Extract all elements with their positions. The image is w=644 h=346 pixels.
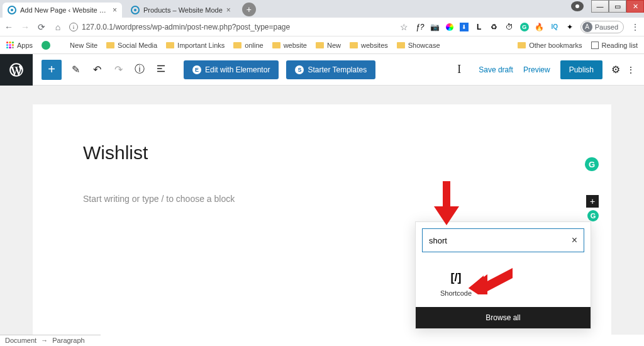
options-menu-icon[interactable]: ⋮	[626, 65, 635, 75]
ext-icon[interactable]: ⏱	[505, 23, 514, 31]
clear-search-icon[interactable]: ×	[572, 235, 577, 246]
add-block-button[interactable]: +	[42, 60, 62, 80]
extensions-puzzle-icon[interactable]: ✦	[565, 23, 574, 31]
reading-list[interactable]: Reading list	[591, 42, 638, 49]
url-text: 127.0.0.1/wordpress/wp-admin/post-new.ph…	[82, 23, 290, 31]
apps-shortcut[interactable]: Apps	[6, 42, 33, 49]
bookmark-label: Important Links	[177, 42, 225, 49]
forward-icon[interactable]: →	[20, 22, 30, 32]
ext-icon[interactable]: ⬇	[460, 23, 469, 31]
home-icon[interactable]: ⌂	[53, 22, 63, 32]
folder-icon	[350, 42, 358, 48]
ext-icon[interactable]: 🔥	[535, 23, 544, 31]
ext-icon[interactable]: L	[475, 23, 484, 31]
button-label: Starter Templates	[308, 65, 367, 74]
avatar-icon: A	[582, 22, 592, 32]
browser-tab-active[interactable]: Add New Page ‹ Website Mode ×	[3, 3, 122, 18]
publish-button[interactable]: Publish	[560, 60, 602, 79]
bookmark-label: online	[245, 42, 263, 49]
window-controls: — ▭ ✕	[591, 0, 644, 13]
ext-icon[interactable]: IQ	[550, 23, 559, 31]
reload-icon[interactable]: ⟳	[36, 22, 47, 32]
block-placeholder[interactable]: Start writing or type / to choose a bloc…	[83, 194, 561, 204]
ext-icon[interactable]: 📷	[431, 23, 440, 31]
bookmark-folder[interactable]: website	[272, 42, 307, 49]
bookmark-item[interactable]: New Site	[59, 42, 97, 49]
text-cursor-icon: I	[457, 63, 461, 76]
folder-icon	[233, 42, 242, 48]
page-title[interactable]: Wishlist	[83, 142, 561, 164]
annotation-arrow	[434, 181, 459, 228]
bookmark-label: New Site	[70, 42, 97, 49]
close-window-button[interactable]: ✕	[626, 0, 644, 13]
bookmark-folder[interactable]: Social Media	[106, 42, 157, 49]
grammarly-icon[interactable]: G	[585, 157, 599, 171]
bookmark-folder[interactable]: Important Links	[166, 42, 225, 49]
edit-mode-icon[interactable]: ✎	[68, 64, 83, 75]
inserter-search-input[interactable]	[429, 236, 572, 245]
bookmark-folder[interactable]: websites	[350, 42, 388, 49]
outline-icon[interactable]	[153, 63, 169, 77]
browser-menu-icon[interactable]: ⋮	[630, 22, 640, 32]
other-bookmarks[interactable]: Other bookmarks	[518, 42, 582, 49]
record-indicator	[571, 1, 584, 11]
settings-gear-icon[interactable]: ⚙	[611, 64, 620, 75]
elementor-icon: E	[192, 65, 201, 74]
ext-icon[interactable]: ƒ?	[416, 23, 425, 31]
details-icon[interactable]: ⓘ	[132, 63, 147, 76]
site-icon	[59, 42, 67, 49]
wordpress-icon	[8, 62, 25, 78]
folder-icon	[316, 42, 324, 48]
bookmark-label: New	[327, 42, 341, 49]
bookmark-label: Showcase	[408, 42, 440, 49]
extensions-area: ƒ? 📷 ⬇ L ♻ ⏱ G 🔥 IQ ✦ A Paused ⋮	[416, 21, 640, 33]
bookmark-folder[interactable]: New	[316, 42, 341, 49]
bookmark-label: websites	[361, 42, 388, 49]
folder-icon	[166, 42, 174, 48]
wordpress-logo[interactable]	[0, 54, 33, 86]
undo-icon[interactable]: ↶	[89, 64, 104, 75]
maximize-button[interactable]: ▭	[609, 0, 626, 13]
tab-title: Products – Website Mode	[143, 6, 223, 14]
star-icon[interactable]: ☆	[399, 22, 409, 32]
starter-templates-button[interactable]: SStarter Templates	[286, 60, 375, 79]
inserter-search-field[interactable]: ×	[422, 228, 584, 252]
browser-tab[interactable]: Products – Website Mode ×	[126, 3, 236, 18]
editor-top-bar: + ✎ ↶ ↷ ⓘ EEdit with Elementor SStarter …	[0, 54, 644, 86]
ext-icon[interactable]: ♻	[490, 23, 499, 31]
grammarly-icon[interactable]: G	[587, 210, 599, 221]
minimize-button[interactable]: —	[591, 0, 609, 13]
starter-icon: S	[295, 65, 304, 74]
bookmark-folder[interactable]: Showcase	[397, 42, 440, 49]
browse-all-button[interactable]: Browse all	[416, 307, 591, 328]
grammarly-ext-icon[interactable]: G	[520, 23, 529, 31]
breadcrumb-separator: →	[41, 337, 48, 344]
bookmark-item[interactable]	[42, 41, 50, 50]
editor-breadcrumb[interactable]: Document → Paragraph	[0, 335, 101, 346]
bookmark-label: website	[284, 42, 307, 49]
preview-link[interactable]: Preview	[523, 65, 550, 74]
folder-icon	[397, 42, 405, 48]
profile-paused-button[interactable]: A Paused	[580, 21, 624, 33]
redo-icon[interactable]: ↷	[111, 64, 126, 75]
save-draft-link[interactable]: Save draft	[479, 65, 513, 74]
tab-close-icon[interactable]: ×	[113, 6, 117, 14]
bookmark-label: Other bookmarks	[529, 42, 582, 49]
tab-close-icon[interactable]: ×	[226, 6, 231, 14]
svg-marker-1	[434, 206, 459, 225]
new-tab-button[interactable]: +	[242, 3, 256, 16]
bookmark-label: Social Media	[118, 42, 157, 49]
tab-title: Add New Page ‹ Website Mode	[20, 6, 109, 14]
back-icon[interactable]: ←	[4, 22, 14, 32]
inline-add-block-button[interactable]: +	[586, 195, 599, 208]
breadcrumb-block[interactable]: Paragraph	[52, 337, 84, 344]
url-field[interactable]: i 127.0.0.1/wordpress/wp-admin/post-new.…	[69, 23, 393, 31]
site-info-icon[interactable]: i	[69, 23, 78, 31]
ext-icon[interactable]	[446, 23, 453, 31]
reading-list-icon	[591, 42, 599, 49]
bookmark-folder[interactable]: online	[233, 42, 263, 49]
edit-elementor-button[interactable]: EEdit with Elementor	[184, 60, 279, 79]
paused-label: Paused	[595, 23, 618, 31]
favicon-icon	[8, 6, 16, 14]
breadcrumb-document[interactable]: Document	[5, 337, 36, 344]
